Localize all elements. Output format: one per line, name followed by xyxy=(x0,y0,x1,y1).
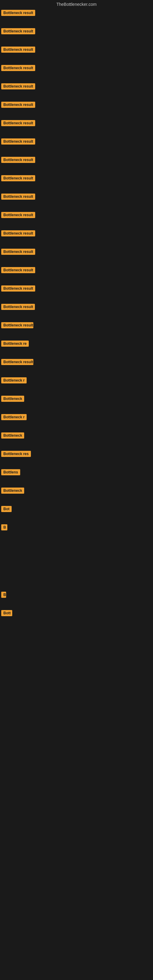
bottleneck-badge[interactable]: Bottleneck result xyxy=(1,120,35,126)
spacer-row xyxy=(0,700,153,725)
bottleneck-row: Bottleneck r xyxy=(0,412,153,431)
bottleneck-row: Bottleneck result xyxy=(0,320,153,339)
bottleneck-badge[interactable]: Bottlens xyxy=(1,469,20,475)
spacer-row xyxy=(0,725,153,749)
bottleneck-badge[interactable]: Bottleneck r xyxy=(1,377,27,383)
bottleneck-row: Bottleneck result xyxy=(0,247,153,265)
bottleneck-badge[interactable]: Bottleneck result xyxy=(1,359,33,365)
bottleneck-badge[interactable]: Bottleneck result xyxy=(1,267,35,273)
spacer-row xyxy=(0,651,153,676)
bottleneck-row: Bottleneck xyxy=(0,431,153,449)
bottleneck-badge[interactable]: Bott xyxy=(1,610,12,616)
bottleneck-badge[interactable]: Bottleneck result xyxy=(1,322,33,328)
bottleneck-row: B xyxy=(0,590,153,608)
bottleneck-badge[interactable]: Bottleneck result xyxy=(1,28,35,34)
bottleneck-row: Bottleneck r xyxy=(0,375,153,394)
spacer-row xyxy=(0,541,153,565)
bottleneck-row: Bottleneck result xyxy=(0,265,153,283)
bottleneck-row: Bottleneck xyxy=(0,486,153,504)
bottleneck-row: Bottleneck result xyxy=(0,283,153,302)
bottleneck-badge[interactable]: Bottleneck xyxy=(1,396,24,402)
bottleneck-badge[interactable]: Bottleneck result xyxy=(1,157,35,163)
items-container: Bottleneck resultBottleneck resultBottle… xyxy=(0,8,153,749)
bottleneck-row: Bottleneck res xyxy=(0,449,153,467)
bottleneck-badge[interactable]: Bottleneck result xyxy=(1,65,35,71)
bottleneck-badge[interactable]: Bottleneck xyxy=(1,433,24,439)
bottleneck-row: Bottleneck result xyxy=(0,192,153,210)
bottleneck-row: Bottleneck result xyxy=(0,100,153,118)
bottleneck-row: Bottleneck result xyxy=(0,302,153,320)
bottleneck-row: Bottleneck result xyxy=(0,357,153,375)
bottleneck-badge[interactable]: Bottleneck xyxy=(1,488,24,494)
bottleneck-row: Bottleneck result xyxy=(0,229,153,247)
bottleneck-badge[interactable]: Bottleneck result xyxy=(1,230,35,236)
bottleneck-badge[interactable]: Bottleneck result xyxy=(1,285,35,291)
bottleneck-badge[interactable]: Bottleneck result xyxy=(1,138,35,145)
spacer-row xyxy=(0,565,153,590)
bottleneck-row: Bot xyxy=(0,504,153,522)
spacer-row xyxy=(0,676,153,700)
bottleneck-badge[interactable]: Bottleneck result xyxy=(1,212,35,218)
bottleneck-badge[interactable]: Bottleneck result xyxy=(1,10,35,16)
bottleneck-badge[interactable]: Bottleneck result xyxy=(1,46,35,52)
bottleneck-row: Bottlens xyxy=(0,467,153,486)
bottleneck-row: B xyxy=(0,522,153,541)
page-wrapper: TheBottlenecker.com Bottleneck resultBot… xyxy=(0,0,153,980)
bottleneck-badge[interactable]: Bottleneck re xyxy=(1,340,29,347)
bottleneck-badge[interactable]: Bottleneck r xyxy=(1,414,27,420)
spacer-row xyxy=(0,627,153,651)
bottleneck-badge[interactable]: Bottleneck result xyxy=(1,304,35,310)
bottleneck-badge[interactable]: B xyxy=(1,592,6,598)
bottleneck-badge[interactable]: Bottleneck result xyxy=(1,249,35,255)
bottleneck-row: Bottleneck result xyxy=(0,155,153,173)
bottleneck-row: Bottleneck re xyxy=(0,339,153,357)
bottleneck-badge[interactable]: B xyxy=(1,524,7,530)
bottleneck-badge[interactable]: Bottleneck result xyxy=(1,102,35,108)
bottleneck-badge[interactable]: Bottleneck result xyxy=(1,194,35,200)
bottleneck-row: Bottleneck result xyxy=(0,118,153,137)
bottleneck-row: Bottleneck result xyxy=(0,8,153,26)
bottleneck-row: Bottleneck result xyxy=(0,45,153,63)
bottleneck-badge[interactable]: Bot xyxy=(1,506,12,512)
bottleneck-row: Bottleneck result xyxy=(0,26,153,45)
bottleneck-row: Bottleneck result xyxy=(0,137,153,155)
bottleneck-row: Bottleneck result xyxy=(0,173,153,192)
bottleneck-row: Bottleneck result xyxy=(0,63,153,81)
site-title: TheBottlenecker.com xyxy=(56,2,97,7)
bottleneck-badge[interactable]: Bottleneck res xyxy=(1,451,31,457)
bottleneck-badge[interactable]: Bottleneck result xyxy=(1,175,35,181)
bottleneck-row: Bottleneck result xyxy=(0,81,153,100)
bottleneck-badge[interactable]: Bottleneck result xyxy=(1,83,35,89)
bottleneck-row: Bott xyxy=(0,608,153,627)
bottleneck-row: Bottleneck result xyxy=(0,210,153,229)
site-header: TheBottlenecker.com xyxy=(0,0,153,8)
bottleneck-row: Bottleneck xyxy=(0,394,153,412)
